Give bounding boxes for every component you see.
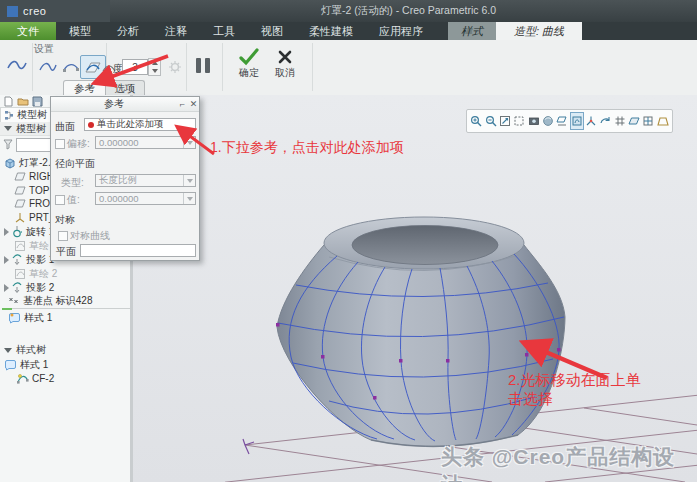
- new-file-icon[interactable]: [3, 96, 14, 107]
- tree-row-style-feature[interactable]: 样式 1: [8, 311, 52, 324]
- window-title: 灯罩-2 (活动的) - Creo Parametric 6.0: [0, 0, 697, 22]
- expand-arrow-icon[interactable]: [4, 256, 9, 264]
- reference-panel: 参考 ⌐ ✕ 曲面 单击此处添加项 偏移: 0.000000 径向平面 类型: …: [50, 96, 200, 261]
- tab-view[interactable]: 视图: [248, 22, 296, 40]
- tab-applications[interactable]: 应用程序: [366, 22, 436, 40]
- style-tree-header[interactable]: 样式树: [0, 343, 133, 357]
- ok-button[interactable]: 确定: [232, 48, 266, 80]
- sketch-icon: [14, 268, 26, 280]
- save-icon[interactable]: [32, 96, 43, 107]
- repaint-icon[interactable]: [570, 112, 584, 130]
- gear-icon: [162, 55, 188, 79]
- filter-funnel-icon[interactable]: [3, 139, 13, 150]
- display-style-icon[interactable]: [541, 112, 555, 130]
- tree-row-project2[interactable]: 投影 2: [4, 281, 54, 294]
- zoom-region-icon[interactable]: [512, 112, 526, 130]
- tab-tools[interactable]: 工具: [200, 22, 248, 40]
- type-label: 类型:: [61, 176, 84, 190]
- ribbon-tab-bar: 文件 模型 分析 注释 工具 视图 柔性建模 应用程序 样式 造型: 曲线: [0, 22, 697, 40]
- value-label: 值:: [67, 193, 80, 207]
- type-field: 长度比例: [95, 174, 196, 187]
- type-dropdown-icon: [183, 175, 195, 186]
- datum-plane-icon: [14, 198, 26, 209]
- sketch-icon: [14, 240, 26, 252]
- pause-icon[interactable]: [196, 58, 210, 73]
- vase-3d-model: [276, 217, 565, 446]
- tree-row-revolve[interactable]: 旋转 1: [4, 225, 54, 238]
- csys-display-icon[interactable]: [641, 112, 655, 130]
- spin-up-icon[interactable]: [152, 61, 158, 65]
- curve-tool-icon[interactable]: [4, 53, 30, 77]
- open-folder-icon[interactable]: [17, 96, 29, 107]
- degree-value-box[interactable]: 3: [122, 59, 148, 75]
- zoom-in-icon[interactable]: [469, 112, 483, 130]
- value-dropdown-icon: [183, 193, 195, 204]
- ribbon: 设置 度 3 确定: [0, 40, 697, 96]
- reference-panel-header[interactable]: 参考 ⌐ ✕: [51, 97, 199, 112]
- reference-panel-title: 参考: [51, 97, 177, 111]
- style-tree-row-style1[interactable]: 样式 1: [4, 358, 48, 371]
- style-curve-icon: [16, 373, 29, 385]
- annotation-note-1: 1.下拉参考，点击对此处添加项: [210, 139, 404, 157]
- refit-icon[interactable]: [498, 112, 512, 130]
- close-panel-icon[interactable]: ✕: [188, 99, 199, 109]
- plane-field[interactable]: [80, 244, 196, 257]
- datum-plane-icon: [14, 185, 26, 196]
- expand-arrow-icon[interactable]: [4, 284, 9, 292]
- tab-analysis[interactable]: 分析: [104, 22, 152, 40]
- tab-annotate[interactable]: 注释: [152, 22, 200, 40]
- offset-checkbox: [55, 139, 65, 149]
- surface-collector-field[interactable]: 单击此处添加项: [84, 118, 196, 131]
- add-item-bullet: [88, 122, 94, 128]
- x-icon: [277, 48, 293, 66]
- tab-file[interactable]: 文件: [0, 22, 56, 40]
- project-icon: [11, 282, 23, 294]
- tree-insert-locator: [2, 308, 130, 309]
- spin-center-icon[interactable]: [584, 112, 598, 130]
- tab-styling-curve-active[interactable]: 造型: 曲线: [496, 22, 582, 40]
- model-tree-header-label: 模型树: [16, 122, 46, 136]
- tab-style[interactable]: 样式: [448, 22, 496, 40]
- symmetry-section-label: 对称: [55, 213, 75, 227]
- orient-mode-icon[interactable]: [598, 112, 612, 130]
- capture-icon[interactable]: [526, 112, 540, 130]
- tree-row-project1[interactable]: 投影 1: [4, 253, 54, 266]
- plane-display-icon[interactable]: [627, 112, 641, 130]
- style-feature-icon: [8, 312, 21, 324]
- datum-display-icon[interactable]: [555, 112, 569, 130]
- offset-label: 偏移:: [67, 137, 90, 151]
- cancel-label: 取消: [268, 66, 302, 80]
- expand-arrow-icon[interactable]: [4, 228, 9, 236]
- grid-icon[interactable]: [613, 112, 627, 130]
- offset-dropdown-icon: [183, 137, 195, 148]
- collapse-icon: [4, 126, 12, 131]
- tree-row-datum-point[interactable]: 基准点 标识428: [8, 294, 92, 307]
- vase-opening: [352, 226, 498, 265]
- offset-field: 0.000000: [95, 136, 196, 149]
- tree-row-sketch2[interactable]: 草绘 2: [14, 267, 57, 280]
- surface-collector-text: 单击此处添加项: [97, 118, 164, 131]
- part-icon: [4, 157, 16, 169]
- dock-panel-icon[interactable]: ⌐: [177, 99, 188, 109]
- style-tree-row-cf2[interactable]: CF-2: [16, 372, 54, 385]
- subtab-reference[interactable]: 参考: [63, 80, 106, 96]
- tab-flexible-modeling[interactable]: 柔性建模: [296, 22, 366, 40]
- tree-row-top-plane[interactable]: TOP: [14, 184, 49, 197]
- model-tree-tab-label: 模型树: [17, 108, 47, 122]
- creo-window: creo 灯罩-2 (活动的) - Creo Parametric 6.0 文件…: [0, 0, 697, 482]
- radial-plane-section-label: 径向平面: [55, 157, 95, 171]
- zoom-out-icon[interactable]: [483, 112, 497, 130]
- csys-icon: [14, 212, 26, 224]
- check-icon: [238, 48, 260, 66]
- plane-label: 平面: [56, 245, 76, 259]
- perspective-icon[interactable]: [656, 112, 670, 130]
- tab-model[interactable]: 模型: [56, 22, 104, 40]
- spin-down-icon[interactable]: [152, 69, 158, 73]
- subtab-options[interactable]: 选项: [105, 80, 145, 96]
- watermark: 头条 @Creo产品结构设计: [441, 443, 697, 482]
- collapse-icon: [4, 348, 12, 353]
- revolve-icon: [11, 226, 23, 238]
- surface-label: 曲面: [55, 120, 75, 134]
- cancel-button[interactable]: 取消: [268, 48, 302, 80]
- degree-spinner[interactable]: [148, 58, 161, 76]
